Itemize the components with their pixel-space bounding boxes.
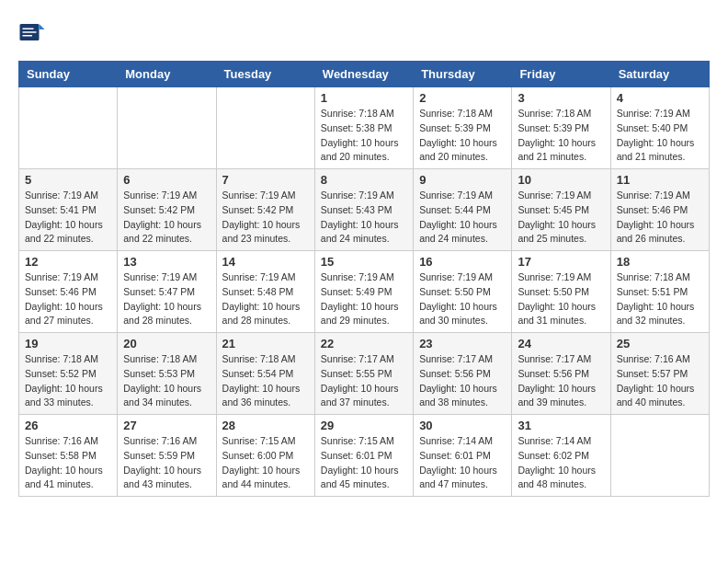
day-info: Sunrise: 7:19 AM Sunset: 5:46 PM Dayligh… <box>617 189 703 247</box>
calendar-cell: 15Sunrise: 7:19 AM Sunset: 5:49 PM Dayli… <box>314 251 413 333</box>
col-header-sunday: Sunday <box>19 62 118 87</box>
calendar-cell: 28Sunrise: 7:15 AM Sunset: 6:00 PM Dayli… <box>216 415 314 497</box>
calendar-cell <box>610 415 709 497</box>
calendar-cell: 4Sunrise: 7:19 AM Sunset: 5:40 PM Daylig… <box>610 87 709 169</box>
calendar-cell: 20Sunrise: 7:18 AM Sunset: 5:53 PM Dayli… <box>118 333 216 415</box>
calendar-table: SundayMondayTuesdayWednesdayThursdayFrid… <box>18 61 710 497</box>
day-info: Sunrise: 7:19 AM Sunset: 5:43 PM Dayligh… <box>321 189 407 247</box>
day-number: 6 <box>123 173 210 187</box>
day-number: 27 <box>123 419 210 432</box>
day-info: Sunrise: 7:19 AM Sunset: 5:45 PM Dayligh… <box>518 189 604 247</box>
day-number: 22 <box>321 337 407 350</box>
day-info: Sunrise: 7:18 AM Sunset: 5:54 PM Dayligh… <box>222 352 309 410</box>
day-number: 25 <box>617 337 703 350</box>
day-info: Sunrise: 7:14 AM Sunset: 6:01 PM Dayligh… <box>419 434 506 492</box>
calendar-cell: 11Sunrise: 7:19 AM Sunset: 5:46 PM Dayli… <box>610 169 709 251</box>
day-number: 13 <box>123 255 210 269</box>
calendar-cell: 5Sunrise: 7:19 AM Sunset: 5:41 PM Daylig… <box>19 169 118 251</box>
day-info: Sunrise: 7:19 AM Sunset: 5:49 PM Dayligh… <box>321 270 407 328</box>
day-number: 4 <box>617 91 703 105</box>
day-info: Sunrise: 7:18 AM Sunset: 5:39 PM Dayligh… <box>419 107 506 165</box>
calendar-cell: 2Sunrise: 7:18 AM Sunset: 5:39 PM Daylig… <box>414 87 512 169</box>
day-info: Sunrise: 7:19 AM Sunset: 5:47 PM Dayligh… <box>123 270 210 328</box>
page-header <box>18 18 710 46</box>
calendar-cell: 14Sunrise: 7:19 AM Sunset: 5:48 PM Dayli… <box>216 251 314 333</box>
day-number: 10 <box>518 173 604 187</box>
calendar-cell: 30Sunrise: 7:14 AM Sunset: 6:01 PM Dayli… <box>414 415 512 497</box>
logo <box>18 18 50 46</box>
calendar-week-2: 5Sunrise: 7:19 AM Sunset: 5:41 PM Daylig… <box>19 169 710 251</box>
calendar-cell: 31Sunrise: 7:14 AM Sunset: 6:02 PM Dayli… <box>512 415 610 497</box>
day-info: Sunrise: 7:18 AM Sunset: 5:39 PM Dayligh… <box>518 107 604 165</box>
day-number: 31 <box>518 419 604 432</box>
day-info: Sunrise: 7:19 AM Sunset: 5:40 PM Dayligh… <box>617 107 703 165</box>
col-header-wednesday: Wednesday <box>314 62 413 87</box>
calendar-week-3: 12Sunrise: 7:19 AM Sunset: 5:46 PM Dayli… <box>19 251 710 333</box>
day-number: 5 <box>25 173 111 187</box>
day-info: Sunrise: 7:19 AM Sunset: 5:41 PM Dayligh… <box>25 189 111 247</box>
day-number: 28 <box>222 419 309 432</box>
day-number: 15 <box>321 255 407 269</box>
day-info: Sunrise: 7:19 AM Sunset: 5:44 PM Dayligh… <box>419 189 506 247</box>
day-number: 17 <box>518 255 604 269</box>
calendar-cell: 23Sunrise: 7:17 AM Sunset: 5:56 PM Dayli… <box>414 333 512 415</box>
day-number: 19 <box>25 337 111 350</box>
day-number: 26 <box>25 419 111 432</box>
svg-rect-2 <box>23 29 34 30</box>
day-number: 8 <box>321 173 407 187</box>
col-header-saturday: Saturday <box>610 62 709 87</box>
calendar-cell: 17Sunrise: 7:19 AM Sunset: 5:50 PM Dayli… <box>512 251 610 333</box>
day-info: Sunrise: 7:18 AM Sunset: 5:52 PM Dayligh… <box>25 352 111 410</box>
calendar-cell: 7Sunrise: 7:19 AM Sunset: 5:42 PM Daylig… <box>216 169 314 251</box>
day-info: Sunrise: 7:19 AM Sunset: 5:42 PM Dayligh… <box>123 189 210 247</box>
day-info: Sunrise: 7:18 AM Sunset: 5:53 PM Dayligh… <box>123 352 210 410</box>
calendar-cell: 29Sunrise: 7:15 AM Sunset: 6:01 PM Dayli… <box>314 415 413 497</box>
day-number: 21 <box>222 337 309 350</box>
day-number: 11 <box>617 173 703 187</box>
calendar-cell: 12Sunrise: 7:19 AM Sunset: 5:46 PM Dayli… <box>19 251 118 333</box>
calendar-cell: 24Sunrise: 7:17 AM Sunset: 5:56 PM Dayli… <box>512 333 610 415</box>
day-number: 18 <box>617 255 703 269</box>
calendar-cell <box>19 87 118 169</box>
calendar-cell: 9Sunrise: 7:19 AM Sunset: 5:44 PM Daylig… <box>414 169 512 251</box>
day-number: 16 <box>419 255 506 269</box>
day-number: 30 <box>419 419 506 432</box>
calendar-week-1: 1Sunrise: 7:18 AM Sunset: 5:38 PM Daylig… <box>19 87 710 169</box>
day-info: Sunrise: 7:19 AM Sunset: 5:50 PM Dayligh… <box>518 270 604 328</box>
day-info: Sunrise: 7:15 AM Sunset: 6:00 PM Dayligh… <box>222 434 309 492</box>
day-number: 1 <box>321 91 407 105</box>
day-info: Sunrise: 7:19 AM Sunset: 5:42 PM Dayligh… <box>222 189 309 247</box>
day-info: Sunrise: 7:16 AM Sunset: 5:58 PM Dayligh… <box>25 434 111 492</box>
calendar-cell: 19Sunrise: 7:18 AM Sunset: 5:52 PM Dayli… <box>19 333 118 415</box>
col-header-thursday: Thursday <box>414 62 512 87</box>
day-number: 20 <box>123 337 210 350</box>
day-info: Sunrise: 7:16 AM Sunset: 5:59 PM Dayligh… <box>123 434 210 492</box>
calendar-cell: 13Sunrise: 7:19 AM Sunset: 5:47 PM Dayli… <box>118 251 216 333</box>
svg-rect-4 <box>23 35 33 37</box>
day-number: 3 <box>518 91 604 105</box>
calendar-cell: 8Sunrise: 7:19 AM Sunset: 5:43 PM Daylig… <box>314 169 413 251</box>
calendar-cell <box>118 87 216 169</box>
day-info: Sunrise: 7:18 AM Sunset: 5:51 PM Dayligh… <box>617 270 703 328</box>
day-number: 23 <box>419 337 506 350</box>
day-info: Sunrise: 7:19 AM Sunset: 5:48 PM Dayligh… <box>222 270 309 328</box>
day-info: Sunrise: 7:16 AM Sunset: 5:57 PM Dayligh… <box>617 352 703 410</box>
calendar-week-5: 26Sunrise: 7:16 AM Sunset: 5:58 PM Dayli… <box>19 415 710 497</box>
day-number: 9 <box>419 173 506 187</box>
day-number: 29 <box>321 419 407 432</box>
calendar-cell <box>216 87 314 169</box>
calendar-cell: 22Sunrise: 7:17 AM Sunset: 5:55 PM Dayli… <box>314 333 413 415</box>
day-info: Sunrise: 7:15 AM Sunset: 6:01 PM Dayligh… <box>321 434 407 492</box>
day-info: Sunrise: 7:19 AM Sunset: 5:50 PM Dayligh… <box>419 270 506 328</box>
calendar-week-4: 19Sunrise: 7:18 AM Sunset: 5:52 PM Dayli… <box>19 333 710 415</box>
svg-rect-3 <box>23 31 37 33</box>
calendar-cell: 27Sunrise: 7:16 AM Sunset: 5:59 PM Dayli… <box>118 415 216 497</box>
day-info: Sunrise: 7:14 AM Sunset: 6:02 PM Dayligh… <box>518 434 604 492</box>
day-number: 2 <box>419 91 506 105</box>
calendar-cell: 21Sunrise: 7:18 AM Sunset: 5:54 PM Dayli… <box>216 333 314 415</box>
calendar-header-row: SundayMondayTuesdayWednesdayThursdayFrid… <box>19 62 710 87</box>
calendar-cell: 1Sunrise: 7:18 AM Sunset: 5:38 PM Daylig… <box>314 87 413 169</box>
col-header-monday: Monday <box>118 62 216 87</box>
calendar-cell: 16Sunrise: 7:19 AM Sunset: 5:50 PM Dayli… <box>414 251 512 333</box>
day-info: Sunrise: 7:17 AM Sunset: 5:56 PM Dayligh… <box>419 352 506 410</box>
